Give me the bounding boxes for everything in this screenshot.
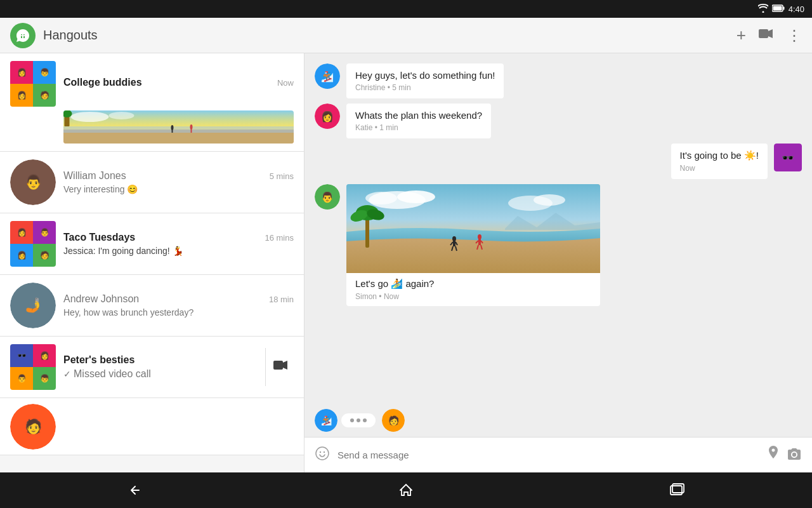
typing-avatar-1: 🏂 [315, 409, 337, 432]
add-conversation-button[interactable]: + [737, 25, 746, 45]
camera-button[interactable] [787, 447, 802, 464]
conversation-item-andrew-johnson[interactable]: 🤳 Andrew Johnson 18 min Hey, how was bru… [0, 275, 304, 337]
svg-point-42 [316, 447, 329, 460]
svg-point-3 [20, 31, 22, 33]
message-meta-christine: Christine • 5 min [355, 83, 495, 92]
app-bar: Hangouts + ⋮ [0, 18, 812, 53]
message-caption-simon: Let's go 🏄 again? Simon • Now [346, 273, 600, 306]
conv-preview-andrew-johnson: Hey, how was brunch yesterday? [63, 307, 294, 318]
dot-3 [363, 418, 367, 422]
chat-area: 🏂 Hey guys, let's do something fun! Chri… [304, 53, 812, 472]
svg-rect-5 [759, 29, 768, 38]
message-group-outgoing: It's going to be ☀️! Now 🕶️ [315, 144, 802, 179]
typing-dots [341, 413, 376, 427]
conv-preview-william-jones: Very interesting 😊 [63, 184, 294, 194]
conv-name-william-jones: William Jones [63, 170, 126, 182]
avatar-christine: 🏂 [315, 64, 340, 89]
avatar-katie: 👩 [315, 104, 340, 129]
message-text-katie: Whats the plan this weekend? [355, 110, 482, 121]
avatar-outgoing: 🕶️ [774, 144, 802, 171]
conversation-item-peters-besties[interactable]: 🕶️ 👩 👨 👦 Peter's besties ✓ Missed video … [0, 337, 304, 398]
conversation-list: 👩 👦 👩 🧑 College buddies Now [0, 53, 304, 472]
dot-2 [357, 418, 360, 422]
avatar-simon: 👨 [315, 184, 340, 210]
bottom-nav [0, 472, 812, 508]
hangouts-logo [10, 23, 36, 48]
conv-name-peters-besties: Peter's besties [63, 354, 134, 366]
svg-point-23 [365, 192, 397, 204]
message-group-katie: 👩 Whats the plan this weekend? Katie • 1… [315, 104, 491, 138]
svg-rect-18 [273, 361, 283, 370]
conv-preview-taco-tuesdays: Jessica: I'm going dancing! 💃 [63, 246, 294, 256]
svg-point-10 [71, 112, 109, 122]
message-text-outgoing: It's going to be ☀️! [680, 150, 759, 161]
svg-point-44 [324, 451, 325, 452]
message-bubble-outgoing: It's going to be ☀️! Now [671, 144, 768, 179]
status-bar: 4:40 [0, 0, 812, 18]
chat-messages: 🏂 Hey guys, let's do something fun! Chri… [304, 53, 812, 404]
status-icons: 4:40 [758, 4, 804, 15]
message-group-christine: 🏂 Hey guys, let's do something fun! Chri… [315, 64, 504, 98]
svg-rect-9 [63, 126, 294, 133]
svg-marker-6 [768, 29, 773, 38]
conversation-item-college-buddies[interactable]: 👩 👦 👩 🧑 College buddies Now [0, 53, 304, 152]
home-button[interactable] [381, 478, 431, 503]
video-call-button[interactable] [759, 27, 774, 44]
svg-point-25 [534, 194, 565, 206]
dot-1 [350, 418, 354, 422]
typing-avatar-2: 🧑 [382, 409, 405, 432]
app-title: Hangouts [43, 28, 737, 43]
conv-time-william-jones: 5 mins [270, 171, 294, 181]
svg-rect-1 [783, 7, 784, 10]
video-call-icon [273, 360, 294, 375]
message-input-area [304, 437, 812, 472]
conversation-item-william-jones[interactable]: 👨 William Jones 5 mins Very interesting … [0, 152, 304, 213]
svg-rect-17 [191, 128, 192, 133]
emoji-button[interactable] [315, 446, 330, 465]
missed-call-text: Missed video call [74, 368, 151, 380]
conv-time-andrew-johnson: 18 min [269, 295, 294, 304]
typing-indicators: 🏂 🧑 [304, 404, 812, 437]
conversation-item-taco-tuesdays[interactable]: 👩 👨 👩 🧑 Taco Tuesdays 16 mins Jessica: I… [0, 213, 304, 275]
svg-marker-19 [283, 361, 287, 370]
location-button[interactable] [768, 446, 779, 465]
message-bubble-katie: Whats the plan this weekend? Katie • 1 m… [346, 104, 491, 138]
message-text-christine: Hey guys, let's do something fun! [355, 70, 495, 81]
main-content: 👩 👦 👩 🧑 College buddies Now [0, 53, 812, 472]
status-time: 4:40 [789, 4, 804, 14]
conv-name-college-buddies: College buddies [63, 77, 142, 88]
conv-time-college-buddies: Now [277, 78, 294, 88]
svg-rect-15 [172, 129, 173, 133]
svg-rect-31 [453, 240, 455, 246]
message-text-input[interactable] [337, 450, 760, 460]
wifi-icon [758, 4, 768, 15]
svg-point-22 [397, 190, 435, 203]
message-bubble-christine: Hey guys, let's do something fun! Christ… [346, 64, 504, 98]
conv-name-andrew-johnson: Andrew Johnson [63, 293, 139, 305]
back-button[interactable] [110, 478, 160, 503]
app-bar-actions: + ⋮ [737, 25, 802, 45]
more-options-button[interactable]: ⋮ [787, 27, 802, 44]
svg-point-4 [25, 31, 27, 33]
svg-point-11 [109, 112, 134, 119]
message-image-beach [346, 184, 600, 273]
missed-call-indicator: ✓ Missed video call [63, 368, 258, 380]
battery-icon [772, 4, 785, 14]
svg-point-43 [320, 451, 321, 452]
recents-button[interactable] [652, 478, 702, 503]
message-meta-outgoing: Now [680, 164, 759, 173]
message-image-bubble-simon: Let's go 🏄 again? Simon • Now [346, 184, 600, 306]
conversation-item-partial[interactable]: 🧑 [0, 398, 304, 455]
svg-point-45 [792, 452, 796, 456]
conv-name-taco-tuesdays: Taco Tuesdays [63, 232, 135, 243]
conv-time-taco-tuesdays: 16 mins [265, 233, 294, 243]
svg-point-36 [478, 234, 481, 239]
svg-rect-2 [773, 6, 782, 11]
message-meta-katie: Katie • 1 min [355, 123, 482, 132]
svg-rect-37 [478, 239, 481, 245]
message-group-simon: 👨 [315, 184, 600, 306]
